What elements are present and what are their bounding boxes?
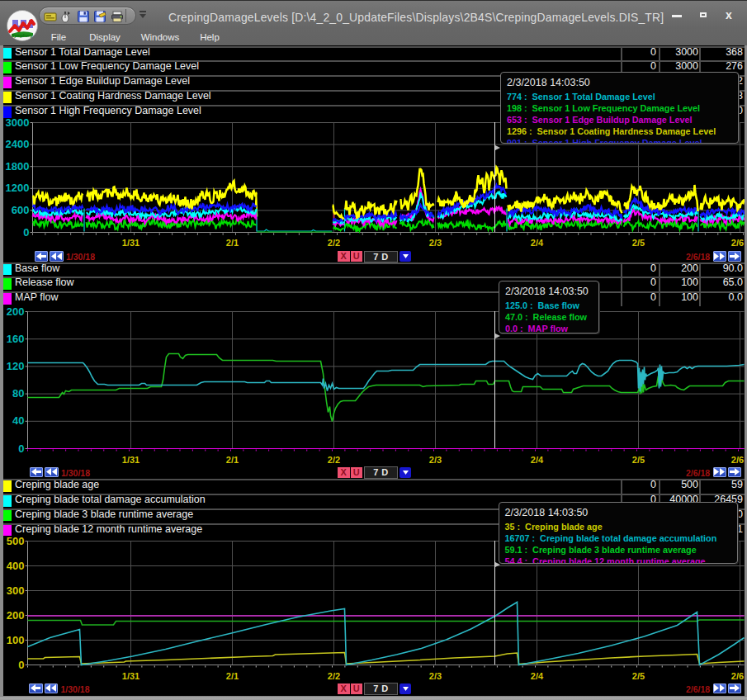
svg-text:2/1: 2/1 <box>226 455 239 465</box>
svg-text:40: 40 <box>12 414 24 427</box>
svg-text:2/6: 2/6 <box>731 455 744 465</box>
svg-text:0: 0 <box>18 659 24 671</box>
svg-text:120: 120 <box>7 360 25 372</box>
svg-text:1/31: 1/31 <box>122 455 139 465</box>
svg-text:2/3: 2/3 <box>429 671 442 681</box>
svg-text:2/5: 2/5 <box>632 671 645 681</box>
svg-text:2/3: 2/3 <box>429 238 442 248</box>
svg-text:1/31: 1/31 <box>122 671 139 681</box>
svg-text:300: 300 <box>7 584 25 597</box>
svg-text:160: 160 <box>7 333 25 345</box>
svg-text:100: 100 <box>7 634 25 646</box>
svg-text:2/4: 2/4 <box>531 455 544 465</box>
svg-text:600: 600 <box>12 204 30 216</box>
svg-text:1/31: 1/31 <box>122 238 139 248</box>
svg-text:400: 400 <box>7 560 25 572</box>
svg-text:3000: 3000 <box>6 116 30 129</box>
svg-text:2/3: 2/3 <box>429 455 442 465</box>
svg-text:2/5: 2/5 <box>632 455 645 465</box>
svg-text:80: 80 <box>12 387 24 400</box>
svg-text:2400: 2400 <box>6 138 30 150</box>
svg-text:2/2: 2/2 <box>328 238 340 248</box>
svg-text:2/2: 2/2 <box>328 455 340 465</box>
svg-text:Symphony: Symphony <box>12 33 33 38</box>
svg-text:500: 500 <box>7 535 25 547</box>
svg-text:2/1: 2/1 <box>226 671 239 681</box>
svg-text:2/5: 2/5 <box>632 238 645 248</box>
svg-text:2/4: 2/4 <box>531 671 544 681</box>
svg-text:2/2: 2/2 <box>328 671 340 681</box>
svg-text:2/6: 2/6 <box>731 671 744 681</box>
svg-text:200: 200 <box>7 305 25 318</box>
svg-text:200: 200 <box>7 609 25 622</box>
svg-text:1200: 1200 <box>6 182 30 194</box>
svg-text:0: 0 <box>23 226 29 239</box>
svg-text:2/1: 2/1 <box>226 238 239 248</box>
svg-text:2/4: 2/4 <box>531 238 544 248</box>
svg-text:0: 0 <box>18 442 24 455</box>
svg-text:2/6: 2/6 <box>731 238 744 248</box>
svg-text:1800: 1800 <box>6 160 30 173</box>
